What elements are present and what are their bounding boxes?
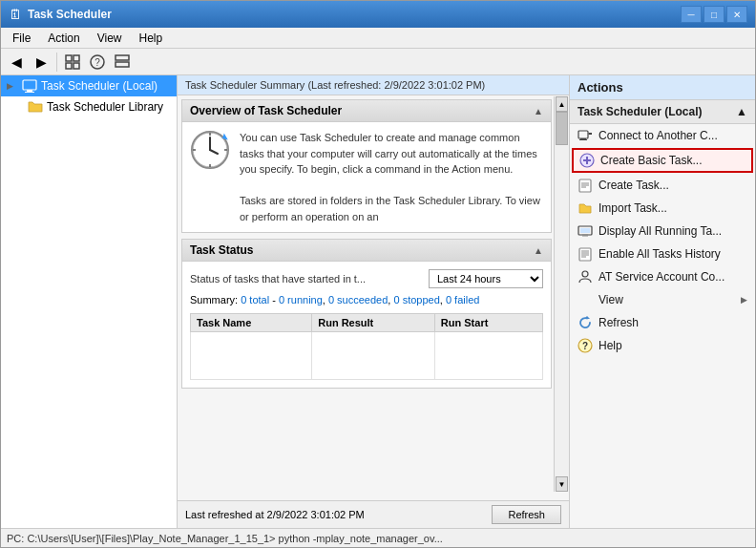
- task-status-row: Status of tasks that have started in t..…: [190, 269, 543, 288]
- display-running-icon: [578, 223, 593, 239]
- folder-icon: [28, 99, 43, 115]
- main-panel: Task Scheduler Summary (Last refreshed: …: [178, 75, 569, 528]
- svg-text:?: ?: [582, 341, 588, 351]
- task-status-content: Status of tasks that have started in t..…: [182, 262, 551, 388]
- action-create-task[interactable]: Create Task...: [570, 174, 755, 197]
- scroll-thumb[interactable]: [556, 112, 568, 145]
- title-bar-left: 🗓 Task Scheduler: [9, 7, 112, 22]
- window-icon: 🗓: [9, 7, 22, 22]
- create-basic-label: Create Basic Task...: [600, 154, 703, 167]
- toolbar: ◀ ▶ ?: [1, 49, 755, 75]
- toolbar-forward-button[interactable]: ▶: [30, 52, 52, 73]
- svg-rect-20: [578, 131, 588, 138]
- refresh-icon: [578, 315, 593, 330]
- refresh-action-label: Refresh: [598, 316, 639, 329]
- summary-text: Summary: 0 total - 0 running, 0 succeede…: [190, 294, 543, 306]
- service-account-label: AT Service Account Co...: [598, 270, 724, 284]
- svg-rect-10: [25, 92, 34, 93]
- total-link[interactable]: 0 total: [241, 294, 269, 306]
- col-run-start: Run Start: [434, 314, 542, 332]
- status-bar: PC: C:\Users\[User]\[Files]\Play_Note_Ma…: [1, 528, 755, 547]
- help-action-icon: ?: [578, 338, 593, 353]
- sidebar-item-local[interactable]: ▶ Task Scheduler (Local): [1, 75, 177, 96]
- enable-history-icon: [578, 246, 593, 262]
- minimize-button[interactable]: ─: [681, 6, 702, 23]
- clock-image: [190, 130, 230, 173]
- failed-link[interactable]: 0 failed: [446, 294, 479, 306]
- svg-rect-33: [580, 228, 590, 233]
- svg-rect-21: [580, 138, 586, 139]
- actions-panel: Actions Task Scheduler (Local) ▲ Connect: [569, 75, 755, 528]
- task-table-body: [191, 332, 543, 380]
- task-table-head: Task Name Run Result Run Start: [191, 314, 543, 332]
- col-task-name: Task Name: [191, 314, 312, 332]
- time-range-select[interactable]: Last 24 hours Last Hour Last Week Last M…: [429, 269, 543, 288]
- create-basic-icon: [579, 153, 595, 168]
- empty-cell-2: [312, 332, 435, 380]
- action-import-task[interactable]: Import Task...: [570, 197, 755, 220]
- actions-section-header: Task Scheduler (Local) ▲: [570, 100, 755, 124]
- refresh-button[interactable]: Refresh: [492, 505, 561, 524]
- toolbar-grid-button[interactable]: [61, 52, 84, 73]
- action-connect[interactable]: Connect to Another C...: [570, 124, 755, 147]
- toolbar-collapse-button[interactable]: [111, 52, 134, 73]
- scroll-up-btn[interactable]: ▲: [556, 96, 568, 112]
- maximize-button[interactable]: □: [704, 6, 724, 23]
- task-status-collapse-btn[interactable]: ▲: [534, 245, 543, 256]
- actions-collapse-icon: ▲: [736, 105, 747, 118]
- import-task-label: Import Task...: [598, 201, 667, 215]
- empty-cell-3: [434, 332, 542, 380]
- connect-label: Connect to Another C...: [598, 129, 718, 142]
- sidebar-item-library[interactable]: Task Scheduler Library: [1, 96, 177, 117]
- svg-rect-22: [579, 139, 587, 140]
- col-run-result: Run Result: [312, 314, 435, 332]
- svg-line-14: [210, 150, 218, 154]
- menu-file[interactable]: File: [5, 30, 38, 47]
- overview-collapse-btn[interactable]: ▲: [534, 106, 543, 116]
- help-icon: ?: [90, 54, 105, 70]
- task-status-title: Task Status: [190, 243, 253, 257]
- menu-help[interactable]: Help: [132, 30, 171, 47]
- svg-rect-9: [27, 90, 32, 92]
- content-area: ▶ Task Scheduler (Local) Task Schedule: [1, 75, 755, 528]
- actions-panel-title: Actions: [570, 75, 755, 100]
- main-scrollable[interactable]: Overview of Task Scheduler ▲: [178, 95, 569, 500]
- action-enable-history[interactable]: Enable All Tasks History: [570, 242, 755, 265]
- action-create-basic[interactable]: Create Basic Task...: [572, 148, 753, 173]
- last-refreshed-text: Last refreshed at 2/9/2022 3:01:02 PM: [185, 509, 365, 520]
- expand-arrow-local: ▶: [7, 81, 18, 91]
- scroll-down-btn[interactable]: ▼: [556, 476, 568, 492]
- toolbar-help-button[interactable]: ?: [86, 52, 109, 73]
- action-view[interactable]: View ▶: [570, 288, 755, 311]
- sidebar-label-local: Task Scheduler (Local): [41, 79, 158, 93]
- collapse-icon: [115, 54, 130, 70]
- grid-icon: [65, 54, 80, 70]
- running-link[interactable]: 0 running: [279, 294, 323, 306]
- task-status-header[interactable]: Task Status ▲: [182, 240, 551, 262]
- action-display-running[interactable]: Display All Running Ta...: [570, 220, 755, 242]
- svg-point-41: [582, 271, 588, 277]
- action-refresh[interactable]: Refresh: [570, 311, 755, 334]
- task-status-section: Task Status ▲ Status of tasks that have …: [181, 239, 552, 389]
- action-service-account[interactable]: AT Service Account Co...: [570, 265, 755, 288]
- menu-action[interactable]: Action: [40, 30, 87, 47]
- scrollbar[interactable]: ▲ ▼: [554, 96, 569, 492]
- menu-view[interactable]: View: [90, 30, 130, 47]
- action-help[interactable]: ? Help: [570, 334, 755, 357]
- stopped-link[interactable]: 0 stopped: [393, 294, 439, 306]
- close-button[interactable]: ✕: [726, 6, 747, 23]
- computer-icon: [22, 78, 37, 94]
- succeeded-link[interactable]: 0 succeeded: [328, 294, 388, 306]
- task-table: Task Name Run Result Run Start: [190, 313, 543, 380]
- import-task-icon: [578, 200, 593, 216]
- empty-cell-1: [191, 332, 312, 380]
- overview-content-area: You can use Task Scheduler to create and…: [182, 122, 551, 232]
- submenu-arrow-icon: ▶: [741, 295, 747, 305]
- svg-rect-6: [116, 55, 129, 60]
- display-running-label: Display All Running Ta...: [598, 224, 722, 238]
- toolbar-back-button[interactable]: ◀: [5, 52, 28, 73]
- svg-rect-2: [66, 63, 72, 69]
- svg-rect-3: [74, 63, 79, 69]
- overview-header[interactable]: Overview of Task Scheduler ▲: [182, 100, 551, 122]
- connect-icon: [578, 128, 593, 143]
